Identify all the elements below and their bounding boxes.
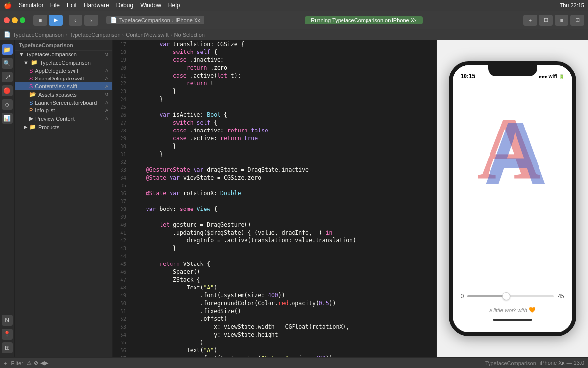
run-button[interactable]: ▶: [49, 15, 63, 26]
line-content: y: viewState.height: [130, 331, 278, 339]
sidebar-icon-N[interactable]: N: [2, 315, 13, 326]
line-content: .updating($dragState) { (value, dragInfo…: [130, 229, 333, 237]
code-editor[interactable]: 17 var translation: CGSize { 18 switch s…: [113, 40, 436, 357]
signal-icon: ●●●: [539, 74, 547, 79]
inspector-button[interactable]: ⊡: [570, 15, 584, 26]
nav-forward-button[interactable]: ›: [84, 15, 98, 26]
line-content: }: [130, 150, 163, 158]
scheme-selector[interactable]: 📄 TypefaceComparison › iPhone Xx: [106, 16, 204, 24]
line-number: 48: [113, 284, 130, 291]
file-item-launchscreen[interactable]: S LaunchScreen.storyboard A: [15, 99, 112, 106]
close-button[interactable]: [4, 17, 10, 23]
code-line-22: 22 return t: [113, 79, 436, 87]
slider-thumb[interactable]: [502, 292, 510, 300]
code-line-49: 49 .font(.system(size: 400)): [113, 291, 436, 299]
sidebar-icon-apps[interactable]: ⊞: [2, 342, 13, 353]
line-content: [130, 182, 132, 189]
maximize-button[interactable]: [20, 17, 25, 23]
code-line-48: 48 Text("A"): [113, 284, 436, 291]
sidebar-icons: 📁 🔍 ⎇ 🔴 ◇ 📊 N 📍 ⊞: [0, 40, 15, 357]
code-line-25: 25: [113, 103, 436, 111]
sidebar-icon-source[interactable]: ⎇: [2, 72, 13, 82]
sidebar-icon-files[interactable]: 📁: [2, 44, 13, 55]
breadcrumb-sep-2: ›: [122, 32, 124, 38]
code-line-26: 26 var isActive: Bool {: [113, 111, 436, 119]
line-content: }: [130, 95, 163, 103]
code-line-45: 45 return VStack {: [113, 260, 436, 268]
breadcrumb-sep-1: ›: [66, 32, 68, 38]
sidebar-icon-report[interactable]: 📊: [2, 113, 13, 124]
letter-display: A A: [453, 83, 572, 269]
plus-icon[interactable]: +: [4, 360, 7, 366]
stop-button[interactable]: ■: [33, 15, 47, 26]
iphone-slider-area: 0 45: [453, 289, 572, 304]
menu-help[interactable]: Help: [168, 2, 180, 9]
device-info: iPhone Xʀ — 13.0: [540, 360, 584, 366]
code-line-38: 38 var body: some View {: [113, 205, 436, 213]
sidebar-icon-pin[interactable]: 📍: [2, 329, 13, 340]
nav-back-button[interactable]: ‹: [69, 15, 82, 26]
file-badge: M: [105, 92, 109, 97]
file-item-label: LaunchScreen.storyboard: [35, 100, 97, 105]
file-item-contentview[interactable]: S ContentView.swift A: [15, 82, 112, 90]
line-content: }: [130, 87, 176, 95]
slider-track[interactable]: [467, 295, 554, 297]
line-number: 37: [113, 197, 130, 205]
folder-open-icon: ▼: [19, 52, 24, 57]
apple-menu[interactable]: 🍎: [4, 2, 12, 9]
file-item-group[interactable]: ▼ 📁 TypefaceComparison: [15, 58, 112, 67]
sidebar-icon-tests[interactable]: ◇: [2, 99, 13, 110]
folder-icon: 📁: [31, 59, 38, 66]
breadcrumb-bar: 📄 TypefaceComparison › TypefaceCompariso…: [0, 29, 588, 40]
device-name: iPhone Xx: [176, 17, 200, 23]
add-button[interactable]: +: [523, 15, 537, 26]
breadcrumb-1[interactable]: TypefaceComparison: [13, 32, 64, 38]
filter-label[interactable]: Filter: [11, 360, 23, 366]
menu-edit[interactable]: Edit: [67, 2, 77, 9]
breadcrumb-2[interactable]: TypefaceComparison: [70, 32, 121, 38]
file-item-assets[interactable]: 📂 Assets.xcassets M: [15, 90, 112, 99]
sidebar-icon-breakpoints[interactable]: 🔴: [2, 85, 13, 96]
menu-hardware[interactable]: Hardware: [84, 2, 109, 9]
toolbar-separator-1: [102, 15, 102, 26]
file-item-infoplist[interactable]: P Info.plist A: [15, 106, 112, 114]
code-line-31: 31 }: [113, 150, 436, 158]
menu-file[interactable]: File: [50, 2, 60, 9]
menu-simulator[interactable]: Simulator: [19, 2, 44, 9]
line-content: [130, 103, 132, 111]
file-badge: A: [105, 84, 108, 89]
file-item-preview[interactable]: ▶ Preview Content A: [15, 114, 112, 123]
code-line-36: 36 @State var rotationX: Double: [113, 189, 436, 197]
menu-debug[interactable]: Debug: [116, 2, 133, 9]
file-item-products[interactable]: ▶ 📁 Products: [15, 123, 112, 131]
code-line-55: 55 ): [113, 339, 436, 346]
file-item-scenedelegate[interactable]: S SceneDelegate.swift A: [15, 75, 112, 82]
breadcrumb-3[interactable]: ContentView.swift: [126, 32, 169, 38]
line-content: .fixedSize(): [130, 307, 241, 315]
view-button[interactable]: ≡: [555, 15, 568, 26]
code-line-41: 41 .updating($dragState) { (value, dragI…: [113, 229, 436, 237]
file-item-root[interactable]: ▼ TypefaceComparison M: [15, 51, 112, 58]
line-content: Text("A"): [130, 284, 217, 291]
swift-file-icon: S: [29, 76, 33, 81]
footer-icon: 🧡: [529, 307, 536, 313]
slider-fill: [467, 295, 506, 297]
breadcrumb-4[interactable]: No Selection: [174, 32, 205, 38]
toolbar-right: + ⊞ ≡ ⊡: [523, 15, 584, 26]
code-line-34: 34 @State var viewState = CGSize.zero: [113, 174, 436, 182]
iphone-home-bar: [493, 319, 532, 321]
minimize-button[interactable]: [12, 17, 18, 23]
code-line-35: 35: [113, 182, 436, 189]
error-icon: ⊘: [34, 360, 38, 366]
line-content: case .active: return true: [130, 134, 258, 142]
menu-window[interactable]: Window: [140, 2, 161, 9]
sidebar-icon-search[interactable]: 🔍: [2, 58, 13, 69]
layout-button[interactable]: ⊞: [539, 15, 553, 26]
line-number: 22: [113, 79, 130, 87]
line-number: 54: [113, 331, 130, 339]
line-number: 42: [113, 237, 130, 244]
line-number: 52: [113, 315, 130, 323]
line-number: 53: [113, 323, 130, 331]
file-item-appdelegate[interactable]: S AppDelegate.swift A: [15, 67, 112, 75]
slider-max-label: 45: [558, 293, 564, 300]
